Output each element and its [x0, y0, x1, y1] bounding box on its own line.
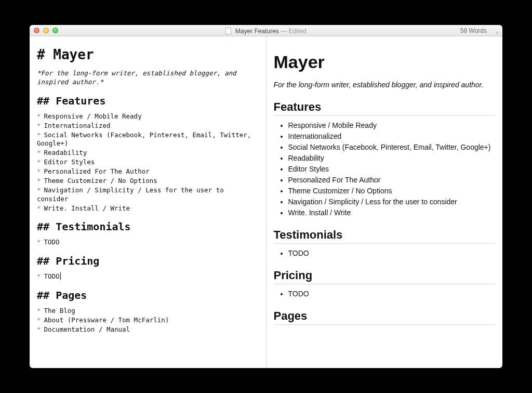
zoom-button[interactable] — [52, 28, 58, 33]
list-item: TODO — [288, 249, 496, 257]
preview-h2-features: Features — [274, 100, 496, 116]
preview-testimonials-list: TODO — [274, 249, 496, 257]
src-h1: # Mayer — [37, 46, 259, 64]
src-h2-pages: ## Pages — [37, 289, 259, 303]
list-item: *TODO — [37, 272, 259, 281]
list-item: *About (Pressware / Tom McFarlin) — [37, 316, 259, 325]
src-testimonials-list: *TODO — [37, 238, 259, 247]
list-item: *Readability — [37, 149, 259, 158]
list-item: *TODO — [37, 238, 259, 247]
window-controls — [30, 28, 58, 33]
src-pricing-list: *TODO — [37, 272, 259, 281]
list-item: TODO — [288, 290, 496, 298]
preview-h1: Mayer — [274, 52, 496, 72]
word-count: 58 Words — [460, 27, 487, 34]
src-h2-features: ## Features — [37, 94, 259, 108]
document-name: Mayer Features — [235, 28, 279, 35]
preview-h2-pages: Pages — [274, 309, 496, 325]
titlebar-right: 58 Words — [460, 27, 502, 34]
list-item: Readability — [288, 154, 496, 162]
list-item: *Editor Styles — [37, 158, 259, 167]
src-tagline: *For the long-form writer, established b… — [37, 69, 259, 87]
app-window: Mayer Features — Edited 58 Words # Mayer… — [30, 25, 502, 368]
minimize-button[interactable] — [43, 28, 49, 33]
list-item: Personalized For The Author — [288, 176, 496, 184]
document-icon — [225, 28, 231, 34]
list-item: Write. Install / Write — [288, 208, 496, 217]
list-item: *Internationalized — [37, 122, 259, 130]
editor-pane[interactable]: # Mayer *For the long-form writer, estab… — [30, 36, 267, 368]
src-h2-pricing: ## Pricing — [37, 254, 259, 268]
list-item: Navigation / Simplicity / Less for the u… — [288, 198, 496, 206]
titlebar[interactable]: Mayer Features — Edited 58 Words — [30, 25, 502, 36]
list-item: Editor Styles — [288, 165, 496, 173]
preview-pane: Mayer For the long-form writer, establis… — [267, 36, 503, 368]
list-item: *Navigation / Simplicity / Less for the … — [37, 186, 259, 204]
src-features-list: *Responsive / Mobile Ready*International… — [37, 112, 259, 213]
list-item: *Theme Customizer / No Options — [37, 177, 259, 186]
preview-tagline: For the long-form writer, established bl… — [274, 81, 496, 89]
window-title: Mayer Features — Edited — [30, 27, 502, 35]
preview-pricing-list: TODO — [274, 290, 496, 298]
text-cursor — [60, 272, 61, 280]
list-item: Responsive / Mobile Ready — [288, 121, 496, 129]
src-h2-testimonials: ## Testimonials — [37, 220, 259, 234]
list-item: *Social Networks (Facebook, Pinterest, E… — [37, 131, 259, 149]
list-item: *Documentation / Manual — [37, 325, 259, 334]
list-item: *Write. Install / Write — [37, 204, 259, 213]
document-status: — Edited — [281, 28, 306, 35]
preview-h2-testimonials: Testimonials — [274, 228, 496, 244]
list-item: *The Blog — [37, 307, 259, 316]
fullscreen-icon[interactable] — [492, 28, 498, 34]
preview-h2-pricing: Pricing — [274, 269, 496, 284]
list-item: *Personalized For The Author — [37, 167, 259, 176]
preview-features-list: Responsive / Mobile ReadyInternationaliz… — [274, 121, 496, 217]
close-button[interactable] — [34, 28, 39, 33]
list-item: Internationalized — [288, 132, 496, 140]
split-view: # Mayer *For the long-form writer, estab… — [30, 36, 502, 368]
list-item: *Responsive / Mobile Ready — [37, 112, 259, 121]
src-pages-list: *The Blog*About (Pressware / Tom McFarli… — [37, 307, 259, 334]
list-item: Theme Customizer / No Options — [288, 187, 496, 195]
list-item: Social Networks (Facebook, Pinterest, Em… — [288, 143, 496, 151]
